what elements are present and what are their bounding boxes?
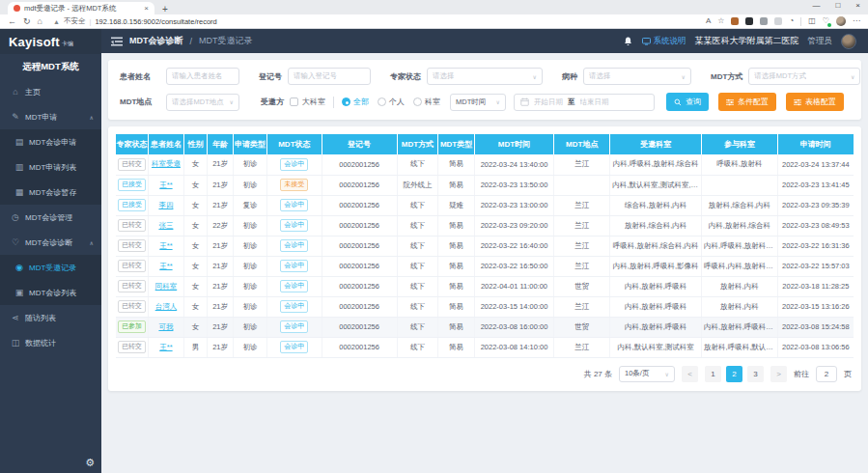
search-icon	[674, 98, 682, 106]
read-aloud-icon[interactable]: A	[706, 17, 711, 25]
sidebar-item-followup-list[interactable]: ⋖随访列表	[0, 305, 101, 330]
mdt-status-badge: 会诊中	[280, 341, 308, 353]
window-close-button[interactable]: ×	[855, 1, 860, 10]
system-help-link[interactable]: 系统说明	[642, 36, 686, 47]
expert-status-select[interactable]: 请选择∨	[427, 68, 543, 85]
sidebar-item-data-stats[interactable]: ◫数据统计	[0, 330, 101, 355]
prev-page-button[interactable]: <	[682, 366, 698, 382]
page-size-select[interactable]: 10条/页 ∨	[619, 366, 675, 382]
invitee-radio-个人[interactable]: 个人	[378, 97, 405, 107]
cell-mdt-status: 会诊中	[267, 236, 322, 256]
cell-mdt-time: 2022-03-08 16:00:00	[474, 317, 554, 337]
sidebar-item-mdt-apply-list[interactable]: ▥MDT申请列表	[0, 154, 101, 180]
favorites-star-icon[interactable]: ☆	[717, 17, 724, 25]
cell-mdt-time: 2022-03-15 14:00:00	[474, 296, 554, 317]
date-range-separator: 至	[568, 97, 575, 107]
table-config-button[interactable]: 表格配置	[786, 93, 844, 111]
date-range-picker[interactable]: 开始日期 至 结束日期	[514, 94, 655, 111]
invitee-radio-科室[interactable]: 科室	[413, 97, 440, 107]
cell-mdt-time: 2022-04-01 11:00:00	[474, 276, 554, 296]
patient-name-input[interactable]: 请输入患者姓名	[166, 68, 239, 85]
cell-reg-no: 0002001256	[322, 337, 397, 357]
invitee-radio-全部[interactable]: 全部	[342, 97, 369, 107]
sidebar-item-mdt-consult-diagnose[interactable]: ♡MDT会诊诊断∧	[0, 230, 101, 255]
window-minimize-button[interactable]: —	[812, 1, 820, 10]
patient-name-link[interactable]: 同科室	[155, 282, 178, 291]
patient-name-link[interactable]: 张三	[158, 221, 173, 230]
reload-button[interactable]: ↻	[23, 17, 31, 26]
mdt-location-select[interactable]: 请选择MDT地点 ∨	[166, 94, 239, 111]
cell-invited-depts: 内科,默认科室,测试科室,放射科	[610, 175, 702, 195]
patient-name-link[interactable]: 科室受邀	[152, 159, 181, 168]
url-field[interactable]: ▲ 不安全 | 192.168.0.156:9002/consultate/re…	[49, 16, 699, 26]
cell-apply-type: 初诊	[233, 317, 266, 337]
sidebar-collapse-icon[interactable]	[111, 37, 123, 46]
tab-close-icon[interactable]: ×	[144, 5, 149, 13]
extension-icon[interactable]	[731, 17, 739, 25]
sidebar-item-mdt-consult-draft[interactable]: ▦MDT会诊暂存	[0, 180, 101, 205]
patient-name-link[interactable]: 李四	[158, 201, 173, 209]
sidebar-item-mdt-invite-record[interactable]: ◉MDT受邀记录	[0, 255, 101, 280]
cell-age: 22岁	[208, 215, 234, 236]
top-header: MDT会诊诊断 / MDT受邀记录 系统说明 某某医科	[101, 29, 868, 53]
system-help-label: 系统说明	[654, 36, 686, 47]
extension-icon[interactable]	[774, 17, 782, 25]
goto-page-input[interactable]: 2	[816, 366, 837, 382]
browser-essentials-icon[interactable]: ♡	[823, 17, 829, 25]
browser-menu-icon[interactable]: ⋯	[853, 17, 860, 25]
patient-name-link[interactable]: 王**	[159, 181, 172, 189]
registration-no-input[interactable]: 请输入登记号	[288, 68, 371, 85]
cell-mdt-status: 未接受	[267, 175, 322, 195]
page-button-1[interactable]: 1	[705, 366, 721, 382]
cell-mdt-location: 兰江	[554, 337, 610, 357]
disease-select[interactable]: 请选择∨	[583, 68, 691, 85]
sidebar-item-mdt-consult-manage[interactable]: ◷MDT会诊管理	[0, 205, 101, 230]
user-avatar[interactable]	[841, 34, 856, 49]
records-table-panel: 专家状态患者姓名性别年龄申请类型MDT状态登记号MDT方式MDT类型MDT时间M…	[108, 126, 861, 391]
browser-profile-avatar[interactable]	[836, 16, 846, 26]
expert-status-badge: 已转交	[118, 239, 146, 252]
search-button[interactable]: 查询	[666, 93, 709, 111]
sidebar-item-mdt-apply[interactable]: ✎MDT申请∧	[0, 104, 101, 129]
cell-expert-status: 已转交	[116, 256, 149, 276]
sidebar-item-mdt-consult-list[interactable]: ▣MDT会诊列表	[0, 280, 101, 305]
cell-mdt-time: 2022-03-08 14:10:00	[474, 337, 554, 357]
col-header-5: MDT状态	[267, 134, 322, 154]
patient-name-link[interactable]: 王**	[159, 262, 172, 270]
cell-mdt-mode: 线下	[397, 236, 438, 256]
next-page-button[interactable]: >	[770, 366, 787, 382]
patient-name-link[interactable]: 王**	[159, 343, 172, 351]
new-tab-button[interactable]: +	[162, 4, 168, 14]
breadcrumb-current: MDT受邀记录	[199, 35, 253, 47]
cell-mdt-mode: 线下	[397, 296, 438, 317]
mdt-time-select[interactable]: MDT时间 ∨	[450, 94, 506, 111]
condition-config-button[interactable]: 条件配置	[718, 93, 776, 111]
cell-invited-depts: 放射科,综合科,内科	[610, 215, 702, 236]
settings-gear-icon[interactable]: ⚙	[85, 457, 95, 469]
home-button[interactable]: ⌂	[38, 17, 42, 26]
patient-name-link[interactable]: 可我	[158, 322, 173, 331]
cell-mdt-location: 兰江	[554, 215, 610, 236]
cell-mdt-mode: 线下	[397, 195, 438, 215]
cell-apply-time: 2022-03-22 15:57:03	[777, 256, 854, 276]
extension-icon[interactable]	[760, 17, 768, 25]
extension-icon[interactable]	[745, 17, 753, 25]
patient-name-link[interactable]: 台湾人	[155, 302, 178, 311]
page-button-3[interactable]: 3	[747, 366, 764, 382]
back-button[interactable]: ←	[8, 17, 16, 26]
notification-bell-icon[interactable]	[623, 36, 633, 47]
patient-name-link[interactable]: 王**	[159, 241, 172, 250]
copilot-icon[interactable]: ◔	[789, 17, 794, 25]
sidebar-item-mdt-consult-apply[interactable]: ▤MDT会诊申请	[0, 129, 101, 154]
mdt-mode-select[interactable]: 请选择MDT方式∨	[748, 68, 860, 85]
sidebar-item-home[interactable]: ⌂主页	[0, 79, 101, 104]
page-button-2[interactable]: 2	[726, 366, 742, 382]
cell-mdt-type: 简易	[438, 215, 474, 236]
filter-group-mdt-mode: MDT方式请选择MDT方式∨	[711, 68, 860, 85]
col-header-0: 专家状态	[116, 134, 149, 154]
browser-tab[interactable]: mdt受邀记录 - 远程MDT系统 ×	[8, 2, 154, 14]
window-maximize-button[interactable]: □	[835, 1, 840, 10]
split-screen-icon[interactable]: ◫	[808, 17, 816, 25]
major-dept-checkbox[interactable]: 大科室	[290, 97, 325, 107]
not-secure-label: 不安全	[64, 16, 86, 26]
